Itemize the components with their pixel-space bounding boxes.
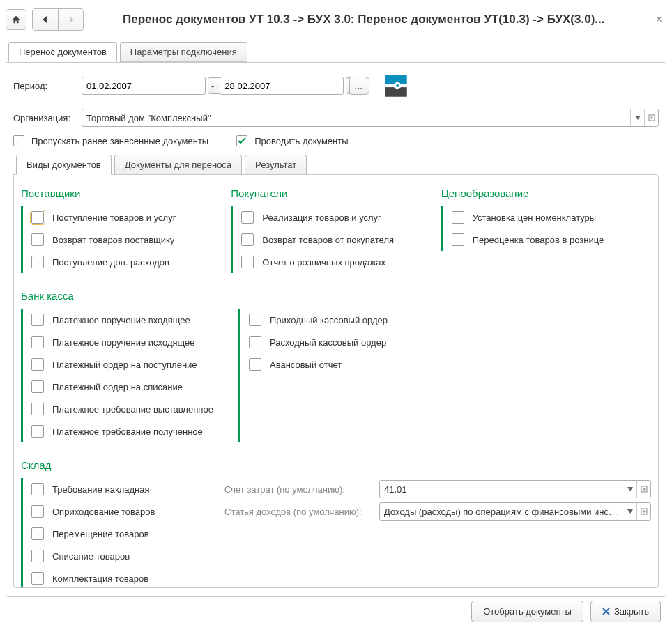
list-item: Платежное поручение входящее xyxy=(52,315,190,325)
list-item: Платежное поручение исходящее xyxy=(52,337,195,348)
organization-open-icon[interactable] xyxy=(644,109,658,126)
close-icon xyxy=(602,608,610,615)
organization-dropdown-icon[interactable] xyxy=(630,109,644,126)
checkbox[interactable] xyxy=(249,358,261,371)
bank-heading: Банк касса xyxy=(21,290,651,302)
skip-previously-imported-checkbox[interactable]: Пропускать ранее занесенные документы xyxy=(13,135,208,146)
list-item: Возврат товаров от покупателя xyxy=(262,235,394,245)
list-item: Оприходование товаров xyxy=(52,507,155,517)
app-logo-icon xyxy=(381,71,411,100)
list-item: Платежное требование выставленное xyxy=(52,404,213,415)
checkbox[interactable] xyxy=(452,233,464,246)
checkbox[interactable] xyxy=(31,336,44,348)
cost-account-label: Счет затрат (по умолчанию): xyxy=(224,484,371,495)
post-label: Проводить документы xyxy=(254,136,348,146)
home-button[interactable] xyxy=(6,9,26,30)
list-item: Переоценка товаров в рознице xyxy=(473,235,604,245)
tab-transfer-documents[interactable]: Перенос документов xyxy=(8,42,117,62)
cost-account-select[interactable]: 41.01 xyxy=(379,480,651,498)
period-picker-button[interactable]: ... xyxy=(349,77,367,95)
period-from-field[interactable] xyxy=(82,77,208,94)
organization-select[interactable]: Торговый дом "Комплексный" xyxy=(82,109,659,127)
income-article-value: Доходы (расходы) по операциям с финансов… xyxy=(380,507,623,517)
organization-value: Торговый дом "Комплексный" xyxy=(82,113,630,123)
tab-document-types[interactable]: Виды документов xyxy=(16,155,112,175)
svg-point-11 xyxy=(396,84,399,87)
suppliers-heading: Поставщики xyxy=(21,187,222,199)
list-item: Приходный кассовый ордер xyxy=(270,315,388,325)
checkbox[interactable] xyxy=(31,314,44,326)
list-item: Расходный кассовый ордер xyxy=(270,337,386,348)
open-icon[interactable] xyxy=(636,503,650,520)
dropdown-icon[interactable] xyxy=(623,481,636,498)
list-item: Возврат товаров поставщику xyxy=(52,235,174,245)
open-icon[interactable] xyxy=(636,481,650,498)
list-item: Отчет о розничных продажах xyxy=(262,257,385,268)
cost-account-value: 41.01 xyxy=(380,484,623,495)
checkbox[interactable] xyxy=(31,358,44,371)
checkbox[interactable] xyxy=(31,505,44,518)
checkbox[interactable] xyxy=(241,233,254,246)
buyers-heading: Покупатели xyxy=(231,187,432,199)
list-item: Поступление доп. расходов xyxy=(52,257,169,268)
document-types-pane: Поставщики Поступление товаров и услуг В… xyxy=(13,174,659,588)
select-documents-label: Отобрать документы xyxy=(483,606,572,617)
post-documents-checkbox[interactable]: Проводить документы xyxy=(236,135,348,146)
period-to-field[interactable] xyxy=(220,77,346,94)
income-article-select[interactable]: Доходы (расходы) по операциям с финансов… xyxy=(379,502,651,521)
checkbox[interactable] xyxy=(31,380,44,393)
list-item: Требование накладная xyxy=(52,484,150,495)
checkbox[interactable] xyxy=(31,550,44,562)
list-item: Списание товаров xyxy=(52,551,130,562)
skip-label: Пропускать ранее занесенные документы xyxy=(31,136,208,146)
list-item: Платежный ордер на поступление xyxy=(52,360,197,370)
checkbox[interactable] xyxy=(31,211,44,224)
checkbox[interactable] xyxy=(249,314,261,326)
list-item: Платежный ордер на списание xyxy=(52,382,183,392)
list-item: Авансовый отчет xyxy=(270,360,342,370)
org-label: Организация: xyxy=(13,113,76,123)
stock-heading: Склад xyxy=(21,459,651,471)
checkbox[interactable] xyxy=(241,256,254,268)
list-item: Комплектация товаров xyxy=(52,573,148,584)
checkbox[interactable] xyxy=(31,425,44,438)
period-from-input[interactable] xyxy=(82,77,206,95)
checkbox[interactable] xyxy=(31,483,44,495)
checkbox[interactable] xyxy=(31,233,44,246)
window-title: Перенос документов УТ 10.3 -> БУХ 3.0: П… xyxy=(123,13,646,26)
list-item: Установка цен номенклатуры xyxy=(473,213,597,223)
period-dash: - xyxy=(211,81,214,91)
income-article-label: Статья доходов (по умолчанию): xyxy=(224,507,371,517)
main-panel: Период: - ... Орг xyxy=(6,62,666,597)
checkbox[interactable] xyxy=(249,336,261,348)
select-documents-button[interactable]: Отобрать документы xyxy=(471,601,583,622)
checkbox[interactable] xyxy=(31,256,44,268)
tab-connection-params[interactable]: Параметры подключения xyxy=(120,42,247,62)
pricing-heading: Ценообразование xyxy=(441,187,643,199)
tab-documents-to-transfer[interactable]: Документы для переноса xyxy=(114,155,242,175)
tab-result[interactable]: Результат xyxy=(245,155,307,175)
back-button[interactable] xyxy=(33,9,58,30)
checkbox[interactable] xyxy=(31,403,44,415)
checkbox[interactable] xyxy=(452,211,464,224)
close-button[interactable]: Закрыть xyxy=(590,601,661,622)
checkbox[interactable] xyxy=(31,572,44,585)
list-item: Реализация товаров и услуг xyxy=(262,213,381,223)
dropdown-icon[interactable] xyxy=(623,503,636,520)
checkbox[interactable] xyxy=(241,211,254,224)
list-item: Поступление товаров и услуг xyxy=(52,213,176,223)
list-item: Платежное требование полученное xyxy=(52,426,203,437)
forward-button xyxy=(58,9,83,30)
list-item: Перемещение товаров xyxy=(52,529,149,539)
period-label: Период: xyxy=(13,81,76,91)
checkbox[interactable] xyxy=(31,527,44,540)
close-icon[interactable]: × xyxy=(652,13,666,26)
close-label: Закрыть xyxy=(614,606,649,617)
period-to-input[interactable] xyxy=(220,77,344,95)
